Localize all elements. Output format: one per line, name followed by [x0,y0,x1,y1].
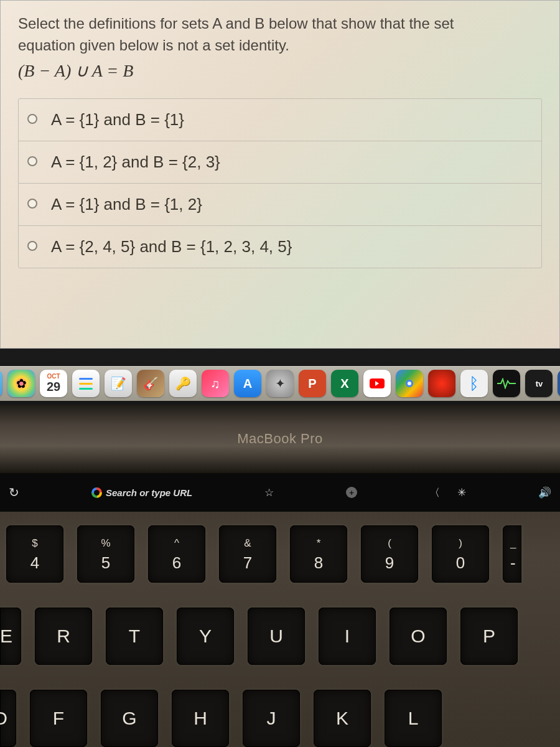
key-row-qwerty: E R T Y U I O P [0,608,560,665]
laptop-hinge: MacBook Pro [0,405,560,473]
answer-option-text: A = {1} and B = {1, 2} [51,195,202,214]
dock-reminders-icon[interactable] [72,370,100,397]
touch-bar: ↻ Search or type URL ☆ + 〈 ✳︎ 🔊 [0,473,560,512]
radio-icon[interactable] [27,114,37,124]
star-icon[interactable]: ☆ [264,486,274,499]
key-4[interactable]: $4 [6,525,63,583]
answer-option-2[interactable]: A = {1} and B = {1, 2} [19,184,541,226]
keyboard-keys: $4 %5 ^6 &7 *8 (9 )0 _- E R T Y U I O P … [0,512,560,747]
key-e[interactable]: E [0,608,21,665]
key-u[interactable]: U [248,608,305,665]
question-line-2: equation given below is not a set identi… [18,37,289,54]
dock-safari-icon[interactable]: ✦ [266,370,294,397]
key-j[interactable]: J [243,690,300,747]
refresh-icon[interactable]: ↻ [9,485,19,500]
dock-app-icon[interactable] [428,370,455,397]
touchbar-search[interactable]: Search or type URL [91,487,192,498]
dock-keychain-icon[interactable]: 🔑 [169,370,197,397]
key-h[interactable]: H [172,690,229,747]
dock-garageband-icon[interactable]: 🎸 [137,370,164,397]
dock-appletv-icon[interactable]: tv [525,370,553,397]
dock-app-store-icon[interactable]: A [234,370,261,397]
answer-option-3[interactable]: A = {2, 4, 5} and B = {1, 2, 3, 4, 5} [19,226,541,268]
dock-excel-icon[interactable]: X [331,370,358,397]
key-5[interactable]: %5 [77,525,134,583]
key-l[interactable]: L [385,690,442,747]
question-prompt: Select the definitions for sets A and B … [18,13,542,57]
dock-chrome-icon[interactable] [396,370,423,397]
answer-options: A = {1} and B = {1} A = {1, 2} and B = {… [18,98,542,268]
key-g[interactable]: G [101,690,158,747]
key-0[interactable]: )0 [432,525,489,583]
dock-youtube-icon[interactable] [363,370,391,397]
dock-calendar-icon[interactable]: OCT 29 [40,370,67,397]
touchbar-search-label: Search or type URL [106,487,192,498]
calendar-month: OCT [47,373,60,380]
radio-icon[interactable] [27,156,37,166]
key-row-asdf: D F G H J K L [0,690,560,747]
laptop-brand-label: MacBook Pro [237,431,323,447]
google-icon [91,487,102,498]
dock-bluetooth-icon[interactable]: ᛒ [460,370,488,397]
key-o[interactable]: O [390,608,447,665]
question-line-1: Select the definitions for sets A and B … [18,15,454,32]
macos-dock: ⚙︎ ✿ OCT 29 📝 🎸 🔑 ♫ A ✦ P X ᛒ tv W [0,366,560,401]
key-7[interactable]: &7 [219,525,276,583]
dock-textedit-icon[interactable]: 📝 [105,370,132,397]
answer-option-text: A = {1, 2} and B = {2, 3} [51,153,220,172]
answer-option-text: A = {1} and B = {1} [51,110,184,129]
chevron-left-icon[interactable]: 〈 [429,486,440,500]
answer-option-text: A = {2, 4, 5} and B = {1, 2, 3, 4, 5} [51,237,292,256]
key-r[interactable]: R [35,608,92,665]
volume-icon[interactable]: 🔊 [538,486,551,499]
dock-photos-icon[interactable]: ✿ [7,370,35,397]
key-9[interactable]: (9 [361,525,418,583]
plus-icon[interactable]: + [346,487,357,498]
key-f[interactable]: F [30,690,87,747]
key-6[interactable]: ^6 [148,525,205,583]
key-p[interactable]: P [460,608,518,665]
radio-icon[interactable] [27,199,37,209]
brightness-icon[interactable]: ✳︎ [457,486,466,499]
key-minus[interactable]: _- [503,525,521,583]
dock-music-icon[interactable]: ♫ [202,370,229,397]
answer-option-1[interactable]: A = {1, 2} and B = {2, 3} [19,141,541,184]
answer-option-0[interactable]: A = {1} and B = {1} [19,99,541,141]
key-i[interactable]: I [319,608,376,665]
radio-icon[interactable] [27,241,37,251]
key-t[interactable]: T [106,608,163,665]
quiz-question-card: Select the definitions for sets A and B … [0,0,560,349]
dock-activity-monitor-icon[interactable] [493,370,520,397]
key-k[interactable]: K [314,690,371,747]
key-8[interactable]: *8 [290,525,347,583]
keyboard-deck: ↻ Search or type URL ☆ + 〈 ✳︎ 🔊 $4 %5 ^6… [0,473,560,747]
dock-word-icon[interactable]: W [558,370,560,397]
tv-label: tv [536,379,543,388]
key-row-numbers: $4 %5 ^6 &7 *8 (9 )0 _- [0,525,560,583]
macos-dock-area: ⚙︎ ✿ OCT 29 📝 🎸 🔑 ♫ A ✦ P X ᛒ tv W [0,362,560,405]
dock-system-preferences-icon[interactable]: ⚙︎ [0,370,2,397]
dock-powerpoint-icon[interactable]: P [299,370,326,397]
key-d[interactable]: D [0,690,16,747]
key-y[interactable]: Y [177,608,234,665]
calendar-day: 29 [47,380,60,394]
question-equation: (B − A) ∪ A = B [18,60,542,81]
